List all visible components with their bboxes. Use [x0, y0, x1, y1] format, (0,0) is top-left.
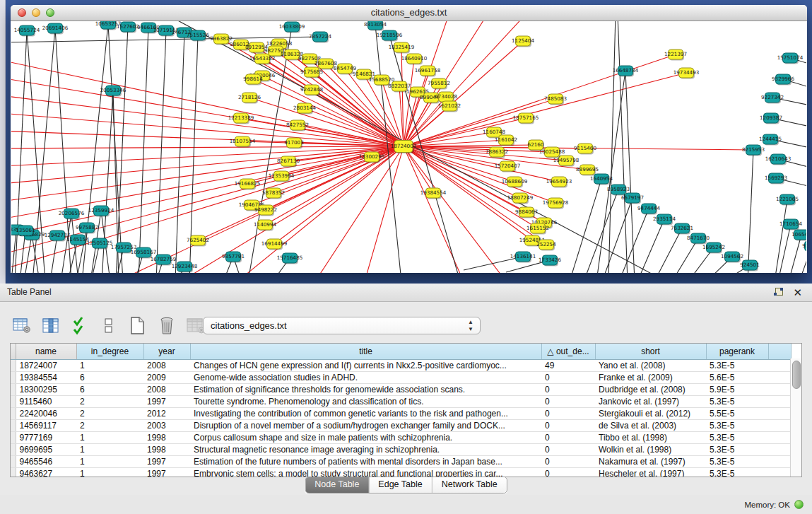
- graph-edge[interactable]: [748, 150, 753, 273]
- table-cell[interactable]: Changes of HCN gene expression and I(f) …: [190, 360, 541, 372]
- graph-edge[interactable]: [312, 90, 404, 146]
- graph-node[interactable]: 7886322: [486, 147, 508, 158]
- table-cell[interactable]: 1997: [143, 468, 190, 478]
- table-cell[interactable]: Estimation of the future numbers of pati…: [190, 456, 541, 468]
- graph-node[interactable]: 12213389: [228, 113, 254, 124]
- graph-edge[interactable]: [156, 30, 166, 273]
- table-cell[interactable]: 19384554: [16, 372, 76, 384]
- graph-node[interactable]: 16914499: [261, 239, 288, 250]
- graph-node[interactable]: 15751074: [777, 53, 804, 64]
- graph-node[interactable]: 9115460: [574, 144, 596, 155]
- table-cell[interactable]: 5.3E-5: [706, 444, 768, 456]
- table-cell[interactable]: 1: [76, 432, 143, 444]
- graph-edge[interactable]: [108, 24, 123, 273]
- graph-node[interactable]: 924502: [802, 241, 806, 252]
- table-cell[interactable]: 9699695: [16, 444, 76, 456]
- table-cell[interactable]: 5.3E-5: [706, 360, 768, 372]
- column-header-title[interactable]: title: [190, 344, 541, 360]
- table-cell[interactable]: 2: [76, 396, 143, 408]
- table-cell[interactable]: 0: [541, 408, 595, 420]
- graph-node[interactable]: 15716485: [277, 253, 303, 264]
- node-table-grid[interactable]: namein_degreeyeartitle△ out_de...shortpa…: [11, 344, 792, 477]
- graph-node[interactable]: 19734493: [673, 68, 700, 79]
- table-cell[interactable]: 2: [76, 408, 143, 420]
- table-cell[interactable]: 1: [76, 468, 143, 478]
- table-cell[interactable]: 0: [541, 420, 595, 432]
- table-cell[interactable]: 9465546: [16, 456, 76, 468]
- column-header-pagerank[interactable]: pagerank: [706, 344, 768, 360]
- table-cell[interactable]: Franke et al. (2009): [595, 372, 706, 384]
- graph-node[interactable]: 1161042: [495, 135, 517, 146]
- table-row[interactable]: 1456911722003Disruption of a novel membe…: [11, 420, 791, 432]
- rows-icon[interactable]: [98, 315, 119, 337]
- graph-edge[interactable]: [253, 79, 404, 146]
- graph-node[interactable]: 1094562: [721, 252, 743, 263]
- graph-node[interactable]: 9975887: [76, 223, 98, 234]
- graph-node[interactable]: 1695242: [702, 243, 725, 254]
- table-cell[interactable]: Corpus callosum shape and size in male p…: [190, 432, 541, 444]
- table-cell[interactable]: 22420046: [16, 408, 76, 420]
- table-cell[interactable]: 1998: [143, 432, 190, 444]
- graph-edge[interactable]: [608, 21, 616, 273]
- table-cell[interactable]: Jankovic et al. (1997): [595, 396, 706, 408]
- table-cell[interactable]: 5.6E-5: [706, 372, 768, 384]
- graph-node[interactable]: 1244415: [759, 134, 782, 146]
- table-cell[interactable]: 5.3E-5: [706, 432, 768, 444]
- graph-node[interactable]: 18807249: [507, 193, 534, 204]
- close-window-button[interactable]: [18, 8, 26, 17]
- table-cell[interactable]: 2008: [143, 384, 190, 396]
- tab-node-table[interactable]: Node Table: [305, 477, 368, 493]
- graph-node[interactable]: 18325419: [389, 42, 415, 54]
- graph-node[interactable]: 1221397: [664, 49, 687, 61]
- graph-edge[interactable]: [175, 33, 184, 273]
- node-table[interactable]: namein_degreeyeartitle△ out_de...shortpa…: [10, 343, 802, 477]
- table-mode-icon[interactable]: [11, 315, 33, 337]
- table-cell[interactable]: Embryonic stem cells: a model to study s…: [190, 468, 541, 478]
- column-header-out_de[interactable]: △ out_de...: [541, 344, 595, 360]
- table-cell[interactable]: 9777169: [16, 432, 76, 444]
- table-cell[interactable]: 0: [541, 372, 595, 384]
- graph-edge[interactable]: [11, 113, 404, 146]
- tab-edge-table[interactable]: Edge Table: [368, 477, 431, 493]
- graph-node[interactable]: 1733426: [539, 255, 561, 267]
- graph-node[interactable]: 7485083: [544, 94, 567, 105]
- table-row[interactable]: 969969511998Structural magnetic resonanc…: [11, 444, 791, 456]
- table-cell[interactable]: 2008: [143, 360, 190, 372]
- graph-edge[interactable]: [625, 71, 635, 273]
- graph-node[interactable]: 18107554: [230, 136, 256, 148]
- table-cell[interactable]: 1: [76, 444, 143, 456]
- graph-edge[interactable]: [584, 189, 618, 273]
- create-column-icon[interactable]: [127, 315, 148, 337]
- graph-node[interactable]: 16648784: [613, 66, 639, 77]
- graph-node[interactable]: 9498222: [254, 205, 277, 216]
- close-panel-icon[interactable]: ✕: [793, 288, 802, 297]
- graph-edge[interactable]: [315, 146, 404, 273]
- network-view-window[interactable]: citations_edges.txt 18724007140557242069…: [11, 5, 807, 273]
- delete-column-icon[interactable]: [156, 315, 177, 337]
- zoom-window-button[interactable]: [46, 8, 54, 17]
- graph-edge[interactable]: [654, 228, 682, 273]
- graph-node[interactable]: 1640954: [590, 174, 613, 185]
- graph-node[interactable]: 19654923: [546, 177, 572, 188]
- table-panel-header[interactable]: Table Panel ✕: [0, 284, 812, 302]
- graph-node[interactable]: 1209387: [760, 113, 782, 124]
- citation-network-graph[interactable]: 1872400714055724206914061065325715276029…: [11, 21, 806, 273]
- graph-node[interactable]: 8215953: [742, 145, 765, 156]
- graph-edge[interactable]: [570, 179, 601, 273]
- table-cell[interactable]: 0: [541, 456, 595, 468]
- graph-node[interactable]: 14055724: [14, 25, 40, 37]
- table-cell[interactable]: 0: [541, 432, 595, 444]
- graph-node[interactable]: 14136141: [510, 252, 536, 263]
- graph-node[interactable]: 8267130: [277, 156, 300, 168]
- graph-node[interactable]: 2718126: [238, 93, 261, 104]
- table-cell[interactable]: Hescheler et al. (1997): [595, 468, 706, 478]
- table-cell[interactable]: 5.3E-5: [706, 456, 768, 468]
- table-header-row[interactable]: namein_degreeyeartitle△ out_de...shortpa…: [11, 344, 791, 360]
- graph-node[interactable]: 19166825: [235, 179, 261, 190]
- graph-node[interactable]: 1569293: [765, 173, 787, 185]
- table-cell[interactable]: Structural magnetic resonance image aver…: [190, 444, 541, 456]
- graph-node[interactable]: 9227342: [761, 93, 784, 104]
- table-cell[interactable]: 9463627: [16, 468, 76, 478]
- show-columns-icon[interactable]: [40, 315, 61, 337]
- graph-node[interactable]: 19218596: [377, 30, 403, 42]
